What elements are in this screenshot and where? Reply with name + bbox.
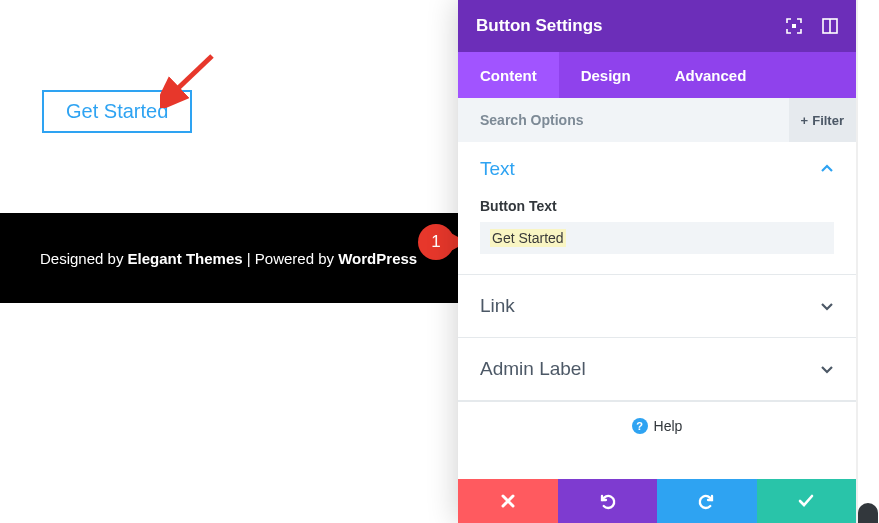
chevron-up-icon — [820, 162, 834, 176]
floating-handle[interactable] — [858, 503, 878, 523]
help-label: Help — [654, 418, 683, 434]
search-row: Search Options + Filter — [458, 98, 856, 142]
help-icon: ? — [632, 418, 648, 434]
chevron-down-icon — [820, 362, 834, 376]
footer-prefix: Designed by — [40, 250, 128, 267]
panel-header: Button Settings — [458, 0, 856, 52]
section-text-title: Text — [480, 158, 515, 180]
section-link-head[interactable]: Link — [480, 295, 834, 317]
action-bar — [458, 479, 856, 523]
section-link: Link — [458, 275, 856, 338]
expand-icon[interactable] — [822, 18, 838, 34]
check-icon — [797, 492, 815, 510]
button-text-label: Button Text — [480, 198, 834, 214]
filter-label: Filter — [812, 113, 844, 128]
tab-content[interactable]: Content — [458, 52, 559, 98]
section-link-title: Link — [480, 295, 515, 317]
close-icon — [500, 493, 516, 509]
help-row[interactable]: ? Help — [458, 401, 856, 449]
redo-button[interactable] — [657, 479, 757, 523]
section-admin-title: Admin Label — [480, 358, 586, 380]
undo-icon — [598, 492, 616, 510]
panel-title: Button Settings — [476, 16, 603, 36]
section-admin-head[interactable]: Admin Label — [480, 358, 834, 380]
footer-brand: Elegant Themes — [128, 250, 243, 267]
snap-icon[interactable] — [786, 18, 802, 34]
plus-icon: + — [801, 113, 809, 128]
redo-icon — [698, 492, 716, 510]
svg-line-0 — [172, 56, 212, 94]
search-input[interactable]: Search Options — [480, 112, 583, 128]
panel-body: Text Button Text Get Started Link Admin … — [458, 142, 856, 479]
tab-design[interactable]: Design — [559, 52, 653, 98]
footer-cms: WordPress — [338, 250, 417, 267]
save-button[interactable] — [757, 479, 857, 523]
button-text-value: Get Started — [490, 229, 566, 247]
settings-panel: Button Settings Content Design Advanced … — [458, 0, 856, 523]
chevron-down-icon — [820, 299, 834, 313]
button-text-input[interactable]: Get Started — [480, 222, 834, 254]
cancel-button[interactable] — [458, 479, 558, 523]
undo-button[interactable] — [558, 479, 658, 523]
section-text: Text Button Text Get Started — [458, 142, 856, 275]
section-admin-label: Admin Label — [458, 338, 856, 401]
section-text-head[interactable]: Text — [480, 158, 834, 180]
panel-tabs: Content Design Advanced — [458, 52, 856, 98]
svg-rect-1 — [792, 24, 796, 28]
filter-button[interactable]: + Filter — [789, 98, 856, 142]
tab-advanced[interactable]: Advanced — [653, 52, 769, 98]
right-gutter — [856, 0, 879, 523]
preview-button[interactable]: Get Started — [42, 90, 192, 133]
footer-mid: | Powered by — [243, 250, 339, 267]
